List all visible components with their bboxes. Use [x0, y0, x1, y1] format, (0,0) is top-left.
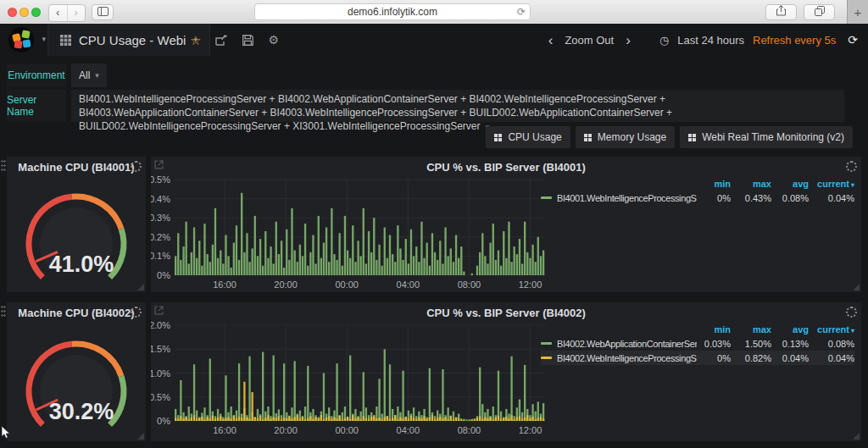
- star-icon[interactable]: ☆: [190, 34, 201, 47]
- svg-text:20:00: 20:00: [274, 279, 298, 290]
- chevron-right-icon[interactable]: ›: [622, 33, 634, 47]
- legend-sort-current[interactable]: current▾: [809, 324, 854, 335]
- svg-text:16:00: 16:00: [213, 279, 236, 290]
- loading-spinner-icon: [131, 161, 142, 172]
- new-tab-button[interactable]: +: [847, 0, 868, 24]
- zoom-out-button[interactable]: Zoom Out: [565, 34, 614, 47]
- panel-title[interactable]: Machine CPU (BI4002): [7, 307, 146, 319]
- plus-icon: +: [854, 5, 862, 19]
- legend-series[interactable]: BI4002.WebApplicationContainerServer: [541, 339, 697, 349]
- legend-header: min max avg current▾: [541, 322, 854, 336]
- legend-sort-current[interactable]: current▾: [809, 179, 854, 189]
- grid-icon: [584, 134, 592, 141]
- logo-icon: [8, 27, 34, 53]
- legend-sort-min[interactable]: min: [697, 179, 731, 189]
- grid-icon: [688, 134, 696, 141]
- drag-handle[interactable]: [1, 305, 6, 318]
- legend-series[interactable]: BI4001.WebIntelligenceProcessingServer: [541, 193, 697, 203]
- svg-text:16:00: 16:00: [213, 425, 236, 435]
- share-dashboard-icon[interactable]: [215, 35, 228, 46]
- time-range-button[interactable]: Last 24 hours: [677, 34, 744, 47]
- resize-handle[interactable]: [137, 433, 144, 440]
- environment-label-text: Environment: [8, 69, 64, 81]
- legend-sort-avg[interactable]: avg: [771, 324, 809, 335]
- svg-text:1.0%: 1.0%: [151, 368, 170, 379]
- stat-min: 0%: [697, 193, 731, 203]
- stat-avg: 0.08%: [771, 193, 809, 203]
- svg-text:0%: 0%: [157, 416, 170, 426]
- stat-current: 0.08%: [809, 339, 854, 349]
- screen: ‹ › demo6.infolytik.com ⟳: [0, 0, 868, 448]
- sidebar-icon: [97, 7, 108, 16]
- caret-down-icon: ▾: [42, 35, 46, 43]
- stat-current: 0.04%: [809, 193, 854, 203]
- legend-series[interactable]: BI4002.WebIntelligenceProcessingServer: [541, 353, 697, 363]
- sidebar-button[interactable]: [92, 4, 114, 20]
- window-zoom-icon[interactable]: [31, 8, 41, 17]
- svg-text:2.0%: 2.0%: [151, 320, 170, 330]
- svg-text:04:00: 04:00: [397, 425, 420, 435]
- save-icon[interactable]: [242, 35, 253, 46]
- series-color-swatch: [541, 342, 552, 345]
- url-bar[interactable]: demo6.infolytik.com ⟳: [254, 3, 531, 20]
- legend-sort-min[interactable]: min: [697, 324, 731, 335]
- grafana-logo[interactable]: ▾: [7, 26, 47, 53]
- series-name: BI4002.WebIntelligenceProcessingServer: [557, 353, 697, 363]
- window-close-icon[interactable]: [8, 8, 17, 17]
- time-controls: ‹ Zoom Out › ◷ Last 24 hours Refresh eve…: [545, 24, 858, 56]
- gauge-bi4001: 41.0%: [7, 174, 146, 290]
- chevron-left-icon[interactable]: ‹: [545, 33, 557, 47]
- link-memory-usage[interactable]: Memory Usage: [576, 126, 675, 148]
- graph-panel-bi4002: CPU % vs. BIP Server (BI4002) 0%0.5%1.0%…: [151, 302, 861, 441]
- reload-icon[interactable]: ⟳: [517, 4, 526, 19]
- gauge-bi4002: 30.2%: [7, 319, 146, 440]
- link-webi-realtime-monitoring[interactable]: Webi Real Time Monitoring (v2): [680, 126, 853, 148]
- link-cpu-usage[interactable]: CPU Usage: [486, 126, 570, 148]
- server-name-dropdown[interactable]: BI4001.WebIntelligenceProcessingServer +…: [71, 90, 844, 122]
- stat-avg: 0.13%: [771, 339, 809, 349]
- dashboard-links: CPU Usage Memory Usage Webi Real Time Mo…: [486, 126, 853, 148]
- drag-handle[interactable]: [1, 159, 6, 173]
- resize-handle[interactable]: [137, 284, 144, 290]
- svg-text:12:00: 12:00: [519, 425, 542, 435]
- forward-button[interactable]: ›: [67, 5, 86, 21]
- legend-sort-max[interactable]: max: [731, 324, 771, 335]
- environment-dropdown[interactable]: All ▾: [71, 64, 107, 87]
- gauge-panel-bi4001: Machine CPU (BI4001) 41.0%: [7, 157, 146, 292]
- browser-chrome: ‹ › demo6.infolytik.com ⟳: [0, 0, 868, 25]
- svg-text:0.5%: 0.5%: [151, 174, 170, 185]
- legend-row: BI4002.WebApplicationContainerServer 0.0…: [541, 336, 854, 351]
- resize-handle[interactable]: [853, 284, 860, 290]
- svg-text:30.2%: 30.2%: [49, 399, 114, 424]
- gauge-panel-bi4002: Machine CPU (BI4002) 30.2%: [7, 302, 146, 441]
- tabs-overview-button[interactable]: [804, 4, 835, 20]
- refresh-icon[interactable]: ⟳: [848, 33, 858, 47]
- stat-avg: 0.04%: [771, 353, 809, 363]
- dashboard-title-dropdown[interactable]: CPU Usage - Webi ▾: [47, 24, 210, 56]
- series-name: BI4002.WebApplicationContainerServer: [557, 339, 697, 349]
- legend-sort-max[interactable]: max: [731, 179, 771, 189]
- loading-spinner-icon: [131, 307, 142, 318]
- legend: min max avg current▾ BI4002.WebApplicati…: [541, 322, 854, 365]
- link-label: CPU Usage: [508, 131, 561, 143]
- stat-current: 0.04%: [809, 353, 854, 363]
- svg-text:1.5%: 1.5%: [151, 344, 170, 354]
- window-minimize-icon[interactable]: [19, 8, 29, 17]
- legend-sort-avg[interactable]: avg: [771, 179, 809, 189]
- gear-icon[interactable]: ⚙: [268, 34, 279, 46]
- svg-text:0.2%: 0.2%: [151, 232, 170, 242]
- legend: min max avg current▾ BI4001.WebIntellige…: [541, 176, 854, 205]
- caret-down-icon: ▾: [95, 71, 99, 80]
- refresh-interval-button[interactable]: Refresh every 5s: [753, 34, 836, 47]
- svg-text:12:00: 12:00: [519, 279, 542, 290]
- stat-max: 0.82%: [731, 353, 771, 363]
- panel-title[interactable]: Machine CPU (BI4001): [7, 161, 146, 174]
- mouse-cursor: [1, 425, 11, 440]
- environment-label: Environment: [7, 64, 66, 87]
- legend-row: BI4001.WebIntelligenceProcessingServer 0…: [541, 191, 854, 205]
- back-button[interactable]: ‹: [49, 5, 67, 21]
- stat-min: 0%: [697, 353, 731, 363]
- resize-handle[interactable]: [853, 433, 860, 440]
- url-text: demo6.infolytik.com: [348, 6, 437, 18]
- browser-share-button[interactable]: [765, 4, 797, 20]
